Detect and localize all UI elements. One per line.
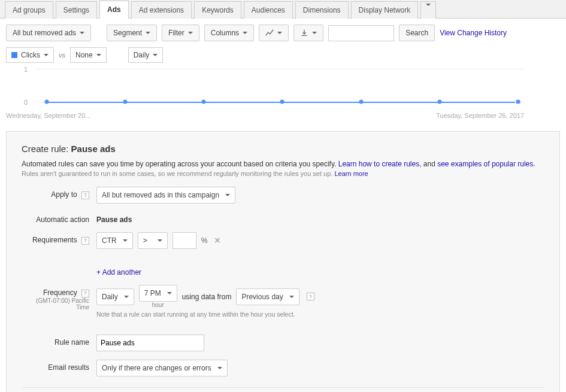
email-results-dropdown[interactable]: Only if there are changes or errors <box>96 360 228 376</box>
apply-to-label: Apply to ? <box>22 187 96 199</box>
requirement-metric-dropdown[interactable]: CTR <box>96 232 133 249</box>
secondary-metric-label: None <box>75 51 93 59</box>
granularity-label: Daily <box>134 51 150 59</box>
data-point <box>437 100 441 104</box>
chevron-down-icon <box>146 32 150 34</box>
tab-display-network[interactable]: Display Network <box>351 1 419 19</box>
learn-create-rules-link[interactable]: Learn how to create rules <box>338 160 419 168</box>
data-point <box>202 100 206 104</box>
requirements-label: Requirements ? <box>22 232 96 245</box>
metric-row: Clicks vs None Daily <box>0 47 566 69</box>
create-rule-panel: Create rule: Pause ads Automated rules c… <box>6 131 560 392</box>
frequency-timezone: (GMT-07:00) Pacific Time <box>22 297 89 311</box>
chevron-down-icon <box>153 54 158 56</box>
secondary-metric-dropdown[interactable]: None <box>70 47 107 63</box>
search-button[interactable]: Search <box>399 25 435 41</box>
data-point <box>280 100 284 104</box>
chevron-down-icon <box>123 239 128 242</box>
primary-metric-label: Clicks <box>21 51 40 59</box>
rule-name-label: Rule name <box>22 335 96 347</box>
columns-label: Columns <box>211 29 239 37</box>
chevron-down-icon <box>217 367 222 369</box>
help-icon[interactable]: ? <box>81 290 89 297</box>
frequency-hour-value: 7 PM <box>144 289 161 297</box>
tab-ad-extensions[interactable]: Ad extensions <box>131 1 192 19</box>
apply-to-value: All but removed ads in this campaign <box>102 191 219 199</box>
frequency-interval-dropdown[interactable]: Daily <box>96 288 134 305</box>
frequency-label: Frequency ? (GMT-07:00) Pacific Time <box>22 285 96 311</box>
columns-dropdown[interactable]: Columns <box>204 25 254 41</box>
filter-label: Filter <box>168 29 184 37</box>
help-icon[interactable]: ? <box>81 237 89 245</box>
x-start-label: Wednesday, September 20... <box>6 112 90 119</box>
primary-metric-dropdown[interactable]: Clicks <box>6 47 54 63</box>
tab-keywords[interactable]: Keywords <box>194 1 241 19</box>
data-point <box>516 100 520 104</box>
chevron-down-icon <box>312 32 317 34</box>
automatic-action-value: Pause ads <box>96 212 544 224</box>
tab-more[interactable] <box>420 1 436 19</box>
email-results-label: Email results <box>22 360 96 372</box>
email-results-value: Only if there are changes or errors <box>102 364 211 372</box>
chevron-down-icon <box>289 296 294 298</box>
requirement-metric-value: CTR <box>102 236 117 245</box>
chevron-down-icon <box>158 239 162 242</box>
tab-dimensions[interactable]: Dimensions <box>295 1 349 19</box>
frequency-note: Note that a rule can start running at an… <box>96 311 544 318</box>
requirement-value-input[interactable] <box>172 232 196 249</box>
chevron-down-icon <box>243 32 247 34</box>
requirement-operator-dropdown[interactable]: > <box>138 232 168 249</box>
learn-more-link[interactable]: Learn more <box>334 170 368 177</box>
tab-ads[interactable]: Ads <box>99 1 129 19</box>
tab-audiences[interactable]: Audiences <box>244 1 293 19</box>
chart-type-button[interactable] <box>259 25 289 41</box>
scope-label: All but removed ads <box>13 29 76 37</box>
chevron-down-icon <box>188 32 193 34</box>
remove-requirement-button[interactable]: × <box>212 235 222 246</box>
toolbar: All but removed ads Segment Filter Colum… <box>0 19 566 47</box>
search-input[interactable] <box>328 25 394 41</box>
download-icon <box>300 29 308 37</box>
panel-description: Automated rules can save you time by ope… <box>22 160 544 168</box>
see-examples-link[interactable]: see examples of popular rules <box>437 160 533 168</box>
segment-dropdown[interactable]: Segment <box>107 25 157 41</box>
requirement-operator-value: > <box>143 236 147 245</box>
requirement-unit: % <box>201 236 208 245</box>
chevron-down-icon <box>277 32 282 34</box>
frequency-hour-dropdown[interactable]: 7 PM <box>139 285 177 302</box>
data-point <box>44 100 49 104</box>
panel-title: Create rule: Pause ads <box>22 144 544 154</box>
y-tick-0: 0 <box>24 99 28 106</box>
help-icon[interactable]: ? <box>81 192 89 199</box>
x-end-label: Tuesday, September 26, 2017 <box>436 112 524 119</box>
chevron-down-icon <box>167 292 172 294</box>
segment-label: Segment <box>113 29 142 37</box>
y-tick-1: 1 <box>24 66 28 73</box>
chevron-down-icon <box>80 32 84 34</box>
scope-dropdown[interactable]: All but removed ads <box>6 25 91 41</box>
data-point <box>123 100 127 104</box>
download-button[interactable] <box>293 25 323 41</box>
main-tabs: Ad groups Settings Ads Ad extensions Key… <box>0 0 566 19</box>
add-requirement-link[interactable]: + Add another <box>96 268 544 276</box>
filter-dropdown[interactable]: Filter <box>162 25 199 41</box>
divider <box>22 387 544 388</box>
data-range-dropdown[interactable]: Previous day <box>236 288 299 305</box>
help-icon[interactable]: ? <box>307 293 314 300</box>
line-chart-icon <box>265 29 274 37</box>
color-swatch-icon <box>11 52 17 58</box>
granularity-dropdown[interactable]: Daily <box>128 47 164 63</box>
chart: 1 0 Wednesday, September 20... Tuesday, … <box>0 69 566 125</box>
data-range-value: Previous day <box>241 293 283 301</box>
data-point <box>359 100 363 104</box>
tab-ad-groups[interactable]: Ad groups <box>5 1 53 19</box>
chevron-down-icon <box>44 54 49 56</box>
apply-to-dropdown[interactable]: All but removed ads in this campaign <box>96 187 235 203</box>
view-change-history-link[interactable]: View Change History <box>440 29 507 37</box>
chevron-down-icon <box>426 4 431 14</box>
tab-settings[interactable]: Settings <box>56 1 97 19</box>
title-name: Pause ads <box>71 144 116 154</box>
automatic-action-label: Automatic action <box>22 212 96 224</box>
rule-name-input[interactable] <box>96 335 204 351</box>
hour-sublabel: hour <box>152 302 164 308</box>
